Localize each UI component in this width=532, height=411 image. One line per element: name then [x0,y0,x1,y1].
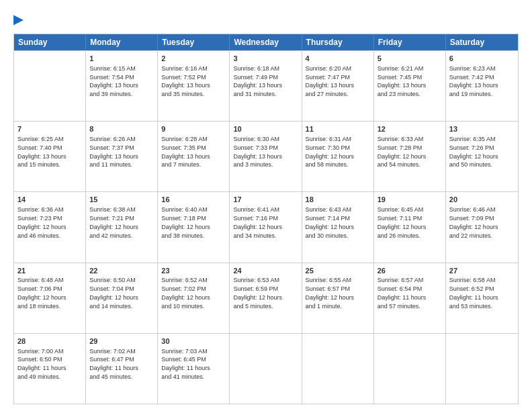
day-number: 30 [161,336,226,347]
day-number: 3 [233,54,298,64]
day-number: 9 [161,124,226,134]
day-info: Sunrise: 6:48 AM Sunset: 7:06 PM Dayligh… [17,277,66,309]
cal-cell: 11Sunrise: 6:31 AM Sunset: 7:30 PM Dayli… [302,122,374,191]
day-info: Sunrise: 6:25 AM Sunset: 7:40 PM Dayligh… [17,136,66,168]
day-number: 8 [89,124,154,134]
logo-top: ▶ [13,12,23,27]
day-number: 29 [89,336,154,347]
day-number: 16 [161,195,226,205]
day-number: 14 [17,195,82,205]
cal-week-2: 7Sunrise: 6:25 AM Sunset: 7:40 PM Daylig… [14,121,518,191]
cal-cell: 12Sunrise: 6:33 AM Sunset: 7:28 PM Dayli… [374,122,446,191]
cal-cell: 25Sunrise: 6:55 AM Sunset: 6:57 PM Dayli… [302,263,374,333]
logo: ▶ [13,12,23,27]
day-info: Sunrise: 6:30 AM Sunset: 7:33 PM Dayligh… [233,136,282,168]
day-info: Sunrise: 7:00 AM Sunset: 6:50 PM Dayligh… [17,348,66,380]
day-info: Sunrise: 6:52 AM Sunset: 7:02 PM Dayligh… [161,277,210,309]
day-info: Sunrise: 6:53 AM Sunset: 6:59 PM Dayligh… [233,277,282,309]
day-number: 22 [89,266,154,276]
col-header-sunday: Sunday [14,34,86,50]
cal-week-3: 14Sunrise: 6:36 AM Sunset: 7:23 PM Dayli… [14,191,518,262]
day-info: Sunrise: 6:35 AM Sunset: 7:26 PM Dayligh… [449,136,498,168]
cal-cell: 10Sunrise: 6:30 AM Sunset: 7:33 PM Dayli… [230,122,302,191]
day-info: Sunrise: 6:57 AM Sunset: 6:54 PM Dayligh… [378,277,427,309]
day-number: 27 [449,266,515,276]
cal-cell [302,334,374,404]
day-info: Sunrise: 6:43 AM Sunset: 7:14 PM Dayligh… [306,206,355,238]
day-info: Sunrise: 6:23 AM Sunset: 7:42 PM Dayligh… [449,65,498,97]
day-number: 18 [306,195,370,205]
cal-cell: 30Sunrise: 7:03 AM Sunset: 6:45 PM Dayli… [158,334,230,404]
cal-cell: 23Sunrise: 6:52 AM Sunset: 7:02 PM Dayli… [158,263,230,333]
day-number: 21 [17,266,82,276]
day-info: Sunrise: 7:02 AM Sunset: 6:47 PM Dayligh… [89,348,138,380]
cal-cell: 24Sunrise: 6:53 AM Sunset: 6:59 PM Dayli… [230,263,302,333]
cal-cell [14,51,86,121]
cal-cell: 4Sunrise: 6:20 AM Sunset: 7:47 PM Daylig… [302,51,374,121]
cal-cell: 21Sunrise: 6:48 AM Sunset: 7:06 PM Dayli… [14,263,86,333]
cal-cell [230,334,302,404]
day-number: 25 [306,266,370,276]
day-number: 4 [306,54,370,64]
day-info: Sunrise: 6:18 AM Sunset: 7:49 PM Dayligh… [233,65,282,97]
calendar-body: 1Sunrise: 6:15 AM Sunset: 7:54 PM Daylig… [14,50,518,404]
day-info: Sunrise: 6:28 AM Sunset: 7:35 PM Dayligh… [161,136,210,168]
logo-blue-text: ▶ [13,12,23,27]
day-info: Sunrise: 6:31 AM Sunset: 7:30 PM Dayligh… [306,136,355,168]
cal-cell: 28Sunrise: 7:00 AM Sunset: 6:50 PM Dayli… [14,334,86,404]
col-header-tuesday: Tuesday [158,34,230,50]
cal-cell: 6Sunrise: 6:23 AM Sunset: 7:42 PM Daylig… [446,51,518,121]
day-number: 11 [306,124,370,134]
day-number: 28 [17,336,82,347]
day-info: Sunrise: 6:41 AM Sunset: 7:16 PM Dayligh… [233,206,282,238]
day-info: Sunrise: 6:50 AM Sunset: 7:04 PM Dayligh… [89,277,138,309]
cal-cell: 20Sunrise: 6:46 AM Sunset: 7:09 PM Dayli… [446,192,518,262]
day-info: Sunrise: 6:45 AM Sunset: 7:11 PM Dayligh… [378,206,427,238]
day-number: 26 [378,266,442,276]
cal-cell: 5Sunrise: 6:21 AM Sunset: 7:45 PM Daylig… [374,51,446,121]
day-number: 10 [233,124,298,134]
page: ▶ SundayMondayTuesdayWednesdayThursdayFr… [0,0,532,411]
cal-cell: 17Sunrise: 6:41 AM Sunset: 7:16 PM Dayli… [230,192,302,262]
header: ▶ [13,12,519,27]
day-number: 2 [161,54,226,64]
cal-week-4: 21Sunrise: 6:48 AM Sunset: 7:06 PM Dayli… [14,263,518,333]
day-number: 5 [378,54,442,64]
col-header-friday: Friday [374,34,446,50]
day-number: 6 [449,54,515,64]
day-number: 12 [378,124,442,134]
day-info: Sunrise: 6:40 AM Sunset: 7:18 PM Dayligh… [161,206,210,238]
day-number: 13 [449,124,515,134]
cal-cell: 8Sunrise: 6:26 AM Sunset: 7:37 PM Daylig… [86,122,158,191]
col-header-thursday: Thursday [302,34,374,50]
day-number: 15 [89,195,154,205]
cal-cell: 2Sunrise: 6:16 AM Sunset: 7:52 PM Daylig… [158,51,230,121]
day-info: Sunrise: 6:15 AM Sunset: 7:54 PM Dayligh… [89,65,138,97]
cal-cell: 14Sunrise: 6:36 AM Sunset: 7:23 PM Dayli… [14,192,86,262]
cal-cell: 19Sunrise: 6:45 AM Sunset: 7:11 PM Dayli… [374,192,446,262]
calendar-header: SundayMondayTuesdayWednesdayThursdayFrid… [14,34,518,50]
day-info: Sunrise: 6:16 AM Sunset: 7:52 PM Dayligh… [161,65,210,97]
day-info: Sunrise: 6:55 AM Sunset: 6:57 PM Dayligh… [306,277,355,309]
day-info: Sunrise: 6:26 AM Sunset: 7:37 PM Dayligh… [89,136,138,168]
cal-cell [374,334,446,404]
cal-cell: 1Sunrise: 6:15 AM Sunset: 7:54 PM Daylig… [86,51,158,121]
day-info: Sunrise: 6:21 AM Sunset: 7:45 PM Dayligh… [378,65,427,97]
col-header-wednesday: Wednesday [230,34,302,50]
col-header-saturday: Saturday [446,34,518,50]
cal-week-1: 1Sunrise: 6:15 AM Sunset: 7:54 PM Daylig… [14,50,518,121]
col-header-monday: Monday [86,34,158,50]
cal-cell: 26Sunrise: 6:57 AM Sunset: 6:54 PM Dayli… [374,263,446,333]
day-number: 20 [449,195,515,205]
day-number: 1 [89,54,154,64]
cal-cell: 29Sunrise: 7:02 AM Sunset: 6:47 PM Dayli… [86,334,158,404]
day-number: 17 [233,195,298,205]
cal-cell: 22Sunrise: 6:50 AM Sunset: 7:04 PM Dayli… [86,263,158,333]
day-number: 23 [161,266,226,276]
cal-cell: 16Sunrise: 6:40 AM Sunset: 7:18 PM Dayli… [158,192,230,262]
day-info: Sunrise: 7:03 AM Sunset: 6:45 PM Dayligh… [161,348,210,380]
day-info: Sunrise: 6:58 AM Sunset: 6:52 PM Dayligh… [449,277,498,309]
cal-cell [446,334,518,404]
day-info: Sunrise: 6:36 AM Sunset: 7:23 PM Dayligh… [17,206,66,238]
cal-cell: 3Sunrise: 6:18 AM Sunset: 7:49 PM Daylig… [230,51,302,121]
